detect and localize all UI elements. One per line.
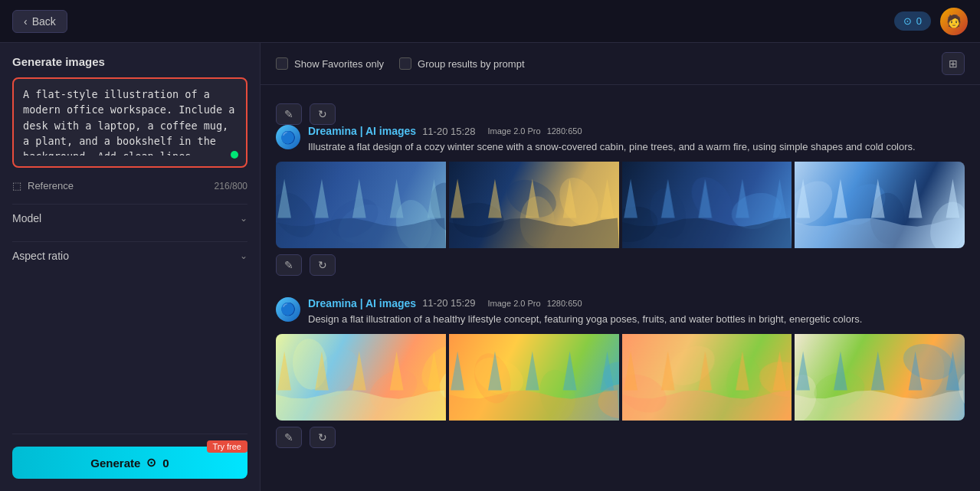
credit-count: 0	[916, 15, 922, 27]
credit-badge: ⊙ 0	[894, 11, 931, 31]
image-canvas-h4	[795, 334, 965, 421]
model-chevron-icon: ⌄	[240, 213, 247, 224]
grid-view-button[interactable]: ⊞	[942, 52, 965, 75]
reference-label: Reference	[28, 180, 74, 191]
generate-btn-wrapper: Try free Generate ⊙ 0	[12, 434, 247, 479]
back-arrow-icon: ‹	[24, 15, 28, 28]
result-prompt-1: Illustrate a flat design of a cozy winte…	[308, 140, 965, 154]
sidebar-title: Generate images	[12, 55, 247, 68]
try-free-badge: Try free	[207, 440, 248, 453]
edit-button-2[interactable]: ✎	[276, 427, 302, 448]
action-row-1: ✎ ↻	[276, 254, 965, 276]
prompt-status-dot	[231, 151, 238, 159]
image-cell-w2[interactable]	[449, 162, 619, 248]
result-header-1: 🔵 Dreamina | AI images 11-20 15:28 Image…	[276, 125, 965, 154]
show-favorites-label: Show Favorites only	[294, 58, 384, 70]
edit-icon-1: ✎	[284, 259, 293, 271]
top-action-row: ✎ ↻	[276, 103, 965, 125]
toolbar-left: Show Favorites only Group results by pro…	[276, 57, 525, 70]
refresh-icon: ↻	[318, 108, 327, 120]
topbar: ‹ Back ⊙ 0 🧑	[0, 0, 980, 43]
result-title-row-1: Dreamina | AI images 11-20 15:28 Image 2…	[308, 125, 965, 137]
image-canvas-w4	[795, 162, 965, 248]
result-time-1: 11-20 15:28	[422, 126, 475, 137]
image-canvas-w3	[622, 162, 792, 248]
aspect-ratio-section[interactable]: Aspect ratio ⌄	[12, 241, 247, 270]
back-label: Back	[32, 15, 56, 28]
result-avatar-2: 🔵	[276, 297, 300, 322]
group-results-toggle[interactable]: Group results by prompt	[399, 57, 524, 70]
result-model-1: Image 2.0 Pro	[488, 126, 541, 136]
model-section[interactable]: Model ⌄	[12, 204, 247, 232]
image-canvas-h3	[622, 334, 792, 421]
result-meta-1: Dreamina | AI images 11-20 15:28 Image 2…	[308, 125, 965, 154]
generate-label: Generate	[90, 457, 140, 470]
back-button[interactable]: ‹ Back	[12, 10, 67, 33]
result-group-2: 🔵 Dreamina | AI images 11-20 15:29 Image…	[276, 297, 965, 448]
results-scroll: ✎ ↻ 🔵 Dreamina | AI images 11-20 15:28 I…	[261, 85, 980, 491]
reference-row: ⬚ Reference 216/800	[12, 177, 247, 195]
edit-icon: ✎	[284, 108, 293, 120]
image-cell-h4[interactable]	[795, 334, 965, 421]
result-meta-2: Dreamina | AI images 11-20 15:29 Image 2…	[308, 297, 965, 326]
model-label: Model	[12, 212, 41, 224]
edit-icon-2: ✎	[284, 431, 293, 444]
image-cell-w3[interactable]	[622, 162, 792, 248]
image-cell-w4[interactable]	[795, 162, 965, 248]
edit-button-top[interactable]: ✎	[276, 103, 302, 125]
show-favorites-toggle[interactable]: Show Favorites only	[276, 57, 384, 70]
refresh-button-top[interactable]: ↻	[310, 103, 336, 125]
topbar-right: ⊙ 0 🧑	[894, 8, 968, 35]
reference-left: ⬚ Reference	[12, 180, 74, 191]
action-row-2: ✎ ↻	[276, 427, 965, 448]
generate-count: 0	[162, 457, 169, 470]
content-area: Show Favorites only Group results by pro…	[261, 43, 980, 491]
aspect-ratio-label: Aspect ratio	[12, 250, 69, 262]
result-group-1: 🔵 Dreamina | AI images 11-20 15:28 Image…	[276, 125, 965, 276]
result-model-2: Image 2.0 Pro	[488, 299, 541, 308]
result-dims-2: 1280:650	[547, 299, 582, 308]
image-cell-h2[interactable]	[449, 334, 619, 421]
refresh-icon-2: ↻	[318, 431, 327, 444]
result-time-2: 11-20 15:29	[422, 297, 475, 309]
avatar[interactable]: 🧑	[940, 8, 968, 35]
result-dims-1: 1280:650	[547, 126, 582, 136]
result-avatar-1: 🔵	[276, 125, 300, 149]
result-title-row-2: Dreamina | AI images 11-20 15:29 Image 2…	[308, 297, 965, 309]
show-favorites-checkbox[interactable]	[276, 57, 288, 70]
edit-button-1[interactable]: ✎	[276, 254, 302, 276]
content-toolbar: Show Favorites only Group results by pro…	[261, 43, 980, 85]
main-layout: Generate images A flat-style illustratio…	[0, 43, 980, 491]
refresh-icon-1: ↻	[318, 259, 327, 271]
result-header-2: 🔵 Dreamina | AI images 11-20 15:29 Image…	[276, 297, 965, 326]
image-cell-w1[interactable]	[276, 162, 446, 248]
image-canvas-w2	[449, 162, 619, 248]
char-count: 216/800	[215, 181, 247, 191]
reference-icon: ⬚	[12, 180, 21, 191]
credit-icon: ⊙	[903, 15, 912, 27]
generate-credit-icon: ⊙	[146, 456, 156, 470]
refresh-button-1[interactable]: ↻	[310, 254, 336, 276]
prompt-input-wrapper[interactable]: A flat-style illustration of a modern of…	[12, 77, 247, 168]
image-grid-1	[276, 162, 965, 248]
result-app-name-1: Dreamina | AI images	[308, 125, 416, 137]
result-app-name-2: Dreamina | AI images	[308, 297, 416, 309]
image-canvas-h1	[276, 334, 446, 421]
grid-icon: ⊞	[949, 57, 958, 70]
image-canvas-h2	[449, 334, 619, 421]
result-prompt-2: Design a flat illustration of a healthy …	[308, 313, 965, 326]
image-grid-2	[276, 334, 965, 421]
prompt-textarea[interactable]: A flat-style illustration of a modern of…	[23, 87, 237, 155]
aspect-ratio-chevron-icon: ⌄	[240, 250, 247, 261]
image-cell-h1[interactable]	[276, 334, 446, 421]
image-cell-h3[interactable]	[622, 334, 792, 421]
group-results-checkbox[interactable]	[399, 57, 411, 70]
refresh-button-2[interactable]: ↻	[310, 427, 336, 448]
group-results-label: Group results by prompt	[418, 58, 524, 70]
image-canvas-w1	[276, 162, 446, 248]
sidebar: Generate images A flat-style illustratio…	[0, 43, 261, 491]
